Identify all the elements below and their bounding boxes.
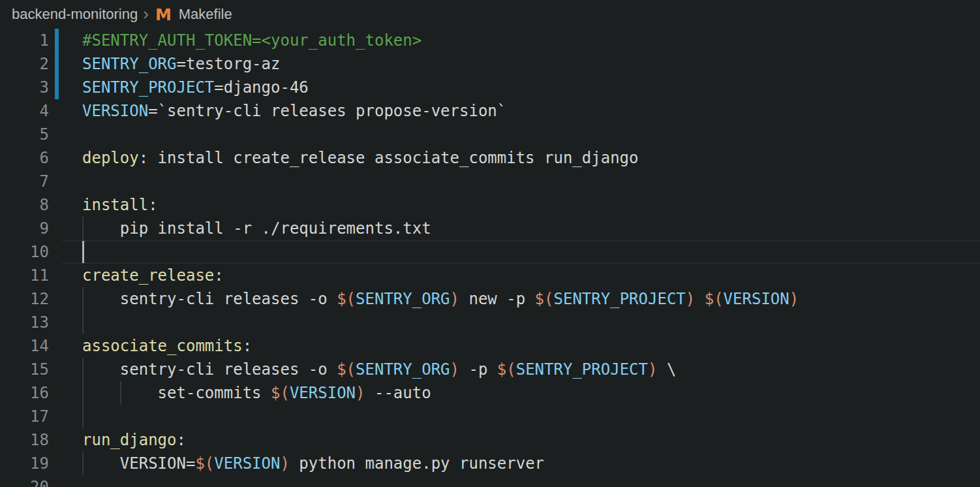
line-number: 14	[0, 334, 49, 358]
code-token: )	[450, 360, 459, 379]
code-line-15: 15 sentry-cli releases -o $(SENTRY_ORG) …	[0, 358, 980, 381]
text-cursor	[82, 241, 84, 263]
indent-whitespace	[82, 290, 120, 308]
code-line-13: 13	[0, 311, 980, 334]
gutter-modified-indicator	[55, 52, 59, 76]
code-line-content[interactable]: VERSION=`sentry-cli releases propose-ver…	[82, 99, 506, 123]
code-line-5: 5	[0, 123, 980, 146]
code-token: new -p	[459, 290, 535, 308]
line-number: 3	[0, 76, 49, 99]
code-token: sentry-cli releases -o	[120, 360, 337, 379]
code-line-19: 19 VERSION=$(VERSION) python manage.py r…	[0, 452, 980, 475]
code-line-content[interactable]: sentry-cli releases -o $(SENTRY_ORG) new…	[82, 287, 799, 311]
code-line-content[interactable]: deploy: install create_release associate…	[82, 146, 639, 170]
code-token	[695, 290, 704, 308]
code-token: =testorg-az	[177, 55, 281, 73]
code-token: =django-46	[214, 78, 309, 97]
code-token: sentry-cli releases -o	[120, 290, 337, 308]
code-line-4: 4VERSION=`sentry-cli releases propose-ve…	[0, 99, 980, 123]
code-line-content[interactable]: create_release:	[82, 264, 224, 287]
code-line-20: 20	[0, 475, 980, 487]
code-line-content[interactable]: pip install -r ./requirements.txt	[82, 217, 431, 240]
line-number: 7	[0, 170, 49, 193]
line-number: 2	[0, 52, 49, 76]
code-token: -p	[459, 360, 497, 379]
code-token: SENTRY_ORG	[82, 55, 177, 73]
code-token: VERSION	[724, 290, 789, 308]
code-line-content[interactable]: SENTRY_ORG=testorg-az	[82, 52, 280, 76]
code-token: python manage.py runserver	[290, 454, 544, 473]
code-line-11: 11create_release:	[0, 264, 980, 287]
indent-whitespace	[82, 360, 120, 379]
code-token: VERSION	[214, 454, 280, 473]
code-token: #SENTRY_AUTH_TOKEN=<your_auth_token>	[82, 31, 421, 50]
code-line-8: 8install:	[0, 193, 980, 217]
line-number: 9	[0, 217, 49, 240]
gutter-modified-indicator	[55, 76, 59, 99]
code-token: $(	[337, 360, 356, 379]
code-token: $(	[705, 290, 724, 308]
code-token: $(	[535, 290, 554, 308]
code-token: )	[789, 290, 799, 308]
code-token: create_release	[82, 266, 214, 285]
code-token: :	[148, 196, 157, 214]
code-token: $(	[497, 360, 516, 379]
code-line-content[interactable]: run_django:	[82, 428, 186, 452]
indent-guide	[82, 311, 84, 334]
breadcrumb-folder[interactable]: backend-monitoring	[12, 6, 138, 23]
code-line-content[interactable]: sentry-cli releases -o $(SENTRY_ORG) -p …	[82, 358, 676, 381]
gutter-modified-indicator	[55, 29, 59, 52]
line-number: 12	[0, 287, 49, 311]
code-line-3: 3SENTRY_PROJECT=django-46	[0, 76, 980, 99]
code-token: deploy	[82, 149, 139, 167]
code-line-2: 2SENTRY_ORG=testorg-az	[0, 52, 980, 76]
chevron-right-icon: ›	[143, 4, 149, 24]
breadcrumb-file[interactable]: Makefile	[179, 6, 232, 23]
code-token: $(	[337, 290, 356, 308]
line-number: 18	[0, 428, 49, 452]
line-number: 11	[0, 264, 49, 287]
code-token: )	[450, 290, 459, 308]
code-line-16: 16 set-commits $(VERSION) --auto	[0, 381, 980, 405]
code-line-content[interactable]: install:	[82, 193, 158, 217]
code-line-18: 18run_django:	[0, 428, 980, 452]
code-token: )	[356, 384, 365, 402]
makefile-icon: M	[155, 5, 172, 24]
line-number: 17	[0, 405, 49, 428]
code-token: : install create_release associate_commi…	[139, 149, 639, 167]
code-token: VERSION	[290, 384, 356, 402]
code-token: :	[243, 337, 252, 355]
code-line-17: 17	[0, 405, 980, 428]
indent-whitespace	[82, 454, 120, 473]
line-number: 20	[0, 475, 49, 487]
code-token: )	[686, 290, 695, 308]
code-token: )	[648, 360, 657, 379]
code-token: =`sentry-cli releases propose-version`	[148, 102, 506, 120]
line-number: 10	[0, 240, 49, 264]
code-token: :	[214, 266, 223, 285]
line-number: 1	[0, 29, 49, 52]
code-line-content[interactable]: SENTRY_PROJECT=django-46	[82, 76, 309, 99]
code-token: SENTRY_PROJECT	[554, 290, 686, 308]
code-line-content[interactable]: associate_commits:	[82, 334, 252, 358]
code-line-12: 12 sentry-cli releases -o $(SENTRY_ORG) …	[0, 287, 980, 311]
code-line-content[interactable]: #SENTRY_AUTH_TOKEN=<your_auth_token>	[82, 29, 421, 52]
code-line-content[interactable]: set-commits $(VERSION) --auto	[82, 381, 431, 405]
code-line-14: 14associate_commits:	[0, 334, 980, 358]
code-line-content[interactable]: VERSION=$(VERSION) python manage.py runs…	[82, 452, 544, 475]
line-number: 15	[0, 358, 49, 381]
code-line-10: 10	[0, 240, 980, 264]
editor-pane: 1#SENTRY_AUTH_TOKEN=<your_auth_token>2SE…	[0, 29, 980, 487]
line-number: 4	[0, 99, 49, 123]
code-token: pip install -r ./requirements.txt	[120, 219, 431, 238]
line-number: 13	[0, 311, 49, 334]
code-line-9: 9 pip install -r ./requirements.txt	[0, 217, 980, 240]
line-number: 8	[0, 193, 49, 217]
code-token: SENTRY_PROJECT	[516, 360, 648, 379]
line-number: 5	[0, 123, 49, 146]
code-token: VERSION	[82, 102, 148, 120]
code-token: SENTRY_ORG	[356, 360, 450, 379]
indent-whitespace	[82, 384, 158, 402]
line-number: 16	[0, 381, 49, 405]
code-token: :	[177, 431, 186, 449]
